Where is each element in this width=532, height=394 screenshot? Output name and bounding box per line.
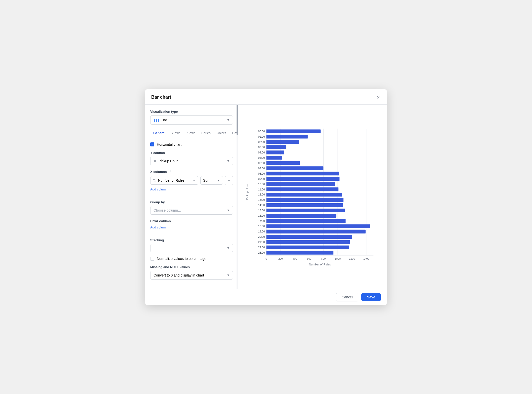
svg-text:18:00: 18:00 bbox=[258, 225, 265, 228]
svg-text:11:00: 11:00 bbox=[258, 188, 265, 191]
svg-text:13:00: 13:00 bbox=[258, 198, 265, 201]
viz-type-select[interactable]: ▮▮▮ Bar ▼ bbox=[150, 115, 233, 125]
agg-select[interactable]: Sum ▼ bbox=[200, 176, 223, 185]
x-columns-dots-icon: ⋮ bbox=[168, 170, 172, 174]
stacking-chevron: ▼ bbox=[227, 246, 230, 250]
modal-title: Bar chart bbox=[151, 95, 171, 100]
svg-rect-34 bbox=[266, 177, 339, 181]
normalize-checkbox[interactable] bbox=[150, 257, 154, 261]
modal-header: Bar chart × bbox=[145, 89, 387, 105]
svg-rect-46 bbox=[266, 208, 345, 212]
svg-text:1000: 1000 bbox=[335, 257, 341, 260]
normalize-label: Normalize values to percentage bbox=[157, 257, 206, 261]
svg-text:05:00: 05:00 bbox=[258, 156, 265, 159]
scrollbar-thumb[interactable] bbox=[237, 105, 238, 135]
error-add-column-link[interactable]: Add column bbox=[150, 225, 168, 229]
stacking-label: Stacking bbox=[150, 238, 233, 242]
svg-text:14:00: 14:00 bbox=[258, 204, 265, 207]
checkmark-icon: ✓ bbox=[151, 143, 154, 146]
svg-text:1400: 1400 bbox=[363, 257, 369, 260]
svg-rect-24 bbox=[266, 150, 284, 154]
group-by-chevron: ▼ bbox=[227, 209, 230, 212]
x-columns-label: X columns ⋮ bbox=[150, 170, 233, 174]
svg-text:400: 400 bbox=[293, 257, 297, 260]
svg-rect-52 bbox=[266, 224, 370, 228]
svg-text:15:00: 15:00 bbox=[258, 209, 265, 212]
svg-text:200: 200 bbox=[278, 257, 283, 260]
bar-chart-modal: Bar chart × Visualization type ▮▮▮ Bar ▼… bbox=[145, 89, 387, 305]
agg-value: Sum bbox=[203, 178, 210, 182]
svg-rect-56 bbox=[266, 235, 352, 239]
group-by-placeholder: Choose column... bbox=[154, 208, 181, 212]
svg-rect-48 bbox=[266, 214, 336, 217]
cancel-button[interactable]: Cancel bbox=[336, 293, 359, 301]
svg-text:10:00: 10:00 bbox=[258, 182, 265, 185]
modal-body: Visualization type ▮▮▮ Bar ▼ General Y a… bbox=[145, 105, 387, 289]
y-column-value: Pickup Hour bbox=[159, 159, 178, 163]
x-col-chevron: ▼ bbox=[193, 179, 196, 182]
y-column-section: Y column ⇅ Pickup Hour ▼ bbox=[150, 151, 233, 165]
svg-rect-42 bbox=[266, 198, 344, 202]
close-button[interactable]: × bbox=[376, 94, 381, 101]
svg-text:00:00: 00:00 bbox=[258, 130, 265, 133]
svg-text:600: 600 bbox=[307, 257, 312, 260]
svg-text:07:00: 07:00 bbox=[258, 167, 265, 170]
y-column-select[interactable]: ⇅ Pickup Hour ▼ bbox=[150, 157, 233, 165]
tab-xaxis[interactable]: X axis bbox=[183, 129, 198, 137]
svg-text:09:00: 09:00 bbox=[258, 177, 265, 180]
svg-rect-54 bbox=[266, 229, 366, 233]
remove-column-button[interactable]: - bbox=[225, 176, 233, 185]
y-column-chevron: ▼ bbox=[227, 159, 230, 163]
tab-yaxis[interactable]: Y axis bbox=[168, 129, 183, 137]
modal-footer: Cancel Save bbox=[145, 289, 387, 305]
group-by-label: Group by bbox=[150, 200, 233, 204]
svg-text:23:00: 23:00 bbox=[258, 251, 265, 254]
viz-type-value: Bar bbox=[162, 118, 167, 122]
svg-rect-18 bbox=[266, 135, 308, 138]
svg-text:02:00: 02:00 bbox=[258, 140, 265, 143]
tab-colors[interactable]: Colors bbox=[214, 129, 229, 137]
agg-chevron: ▼ bbox=[217, 179, 220, 182]
x-column-value: Number of Rides bbox=[158, 178, 184, 182]
group-by-select[interactable]: Choose column... ▼ bbox=[150, 206, 233, 215]
error-column-section: Error column Add column bbox=[150, 219, 233, 234]
viz-type-chevron: ▼ bbox=[227, 118, 230, 122]
viz-type-label: Visualization type bbox=[150, 110, 233, 113]
right-panel: 020040060080010001200140000:0001:0002:00… bbox=[238, 105, 387, 289]
svg-rect-44 bbox=[266, 203, 343, 207]
x-column-select[interactable]: ⇅ Number of Rides ▼ bbox=[150, 176, 198, 185]
svg-text:22:00: 22:00 bbox=[258, 246, 265, 249]
config-tabs: General Y axis X axis Series Colors Dat … bbox=[150, 129, 233, 137]
missing-null-select[interactable]: Convert to 0 and display in chart ▼ bbox=[150, 271, 233, 280]
tab-series[interactable]: Series bbox=[198, 129, 214, 137]
svg-text:19:00: 19:00 bbox=[258, 230, 265, 233]
horizontal-chart-label: Horizontal chart bbox=[157, 142, 181, 146]
stacking-select[interactable]: ▼ bbox=[150, 244, 233, 252]
svg-rect-26 bbox=[266, 156, 282, 160]
svg-text:08:00: 08:00 bbox=[258, 172, 265, 175]
add-column-link[interactable]: Add column bbox=[150, 187, 168, 191]
y-column-label: Y column bbox=[150, 151, 233, 155]
save-button[interactable]: Save bbox=[361, 293, 381, 301]
scrollbar-track bbox=[237, 105, 238, 289]
missing-null-value: Convert to 0 and display in chart bbox=[154, 273, 204, 277]
horizontal-chart-row: ✓ Horizontal chart bbox=[150, 142, 233, 146]
chart-area: 020040060080010001200140000:0001:0002:00… bbox=[244, 110, 381, 284]
svg-rect-32 bbox=[266, 172, 339, 175]
horizontal-chart-checkbox[interactable]: ✓ bbox=[150, 142, 154, 146]
svg-rect-22 bbox=[266, 145, 286, 149]
svg-text:Pickup Hour: Pickup Hour bbox=[245, 184, 249, 200]
svg-rect-28 bbox=[266, 161, 300, 165]
svg-text:17:00: 17:00 bbox=[258, 219, 265, 222]
y-column-icon: ⇅ bbox=[154, 159, 157, 163]
bar-chart-svg: 020040060080010001200140000:0001:0002:00… bbox=[244, 110, 381, 284]
tab-general[interactable]: General bbox=[150, 129, 168, 137]
normalize-row: Normalize values to percentage bbox=[150, 257, 233, 261]
svg-text:21:00: 21:00 bbox=[258, 241, 265, 244]
svg-text:16:00: 16:00 bbox=[258, 214, 265, 217]
svg-text:Number of Rides: Number of Rides bbox=[309, 263, 331, 266]
error-column-label: Error column bbox=[150, 219, 233, 223]
svg-text:800: 800 bbox=[321, 257, 326, 260]
svg-rect-58 bbox=[266, 240, 350, 244]
svg-rect-30 bbox=[266, 166, 323, 170]
